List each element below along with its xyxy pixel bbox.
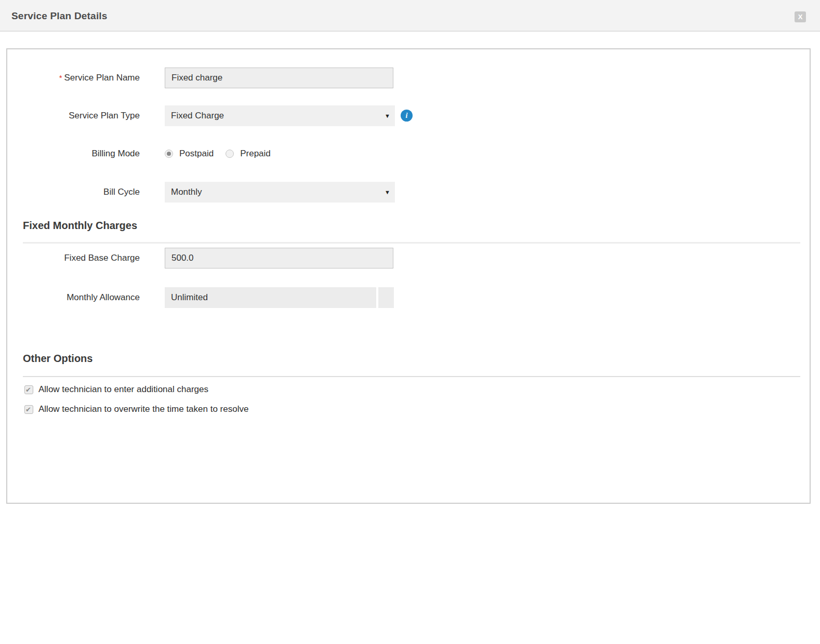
monthly-allowance-input[interactable] bbox=[165, 287, 376, 308]
row-fixed-base-charge: Fixed Base Charge bbox=[7, 248, 810, 269]
section-title-other-options: Other Options bbox=[23, 353, 92, 365]
close-icon: X bbox=[798, 13, 803, 21]
service-plan-name-input[interactable] bbox=[165, 68, 393, 88]
label-text: Billing Mode bbox=[91, 149, 140, 158]
fixed-base-charge-input[interactable] bbox=[165, 248, 393, 269]
dialog-header: Service Plan Details X bbox=[0, 0, 820, 32]
bill-cycle-label: Bill Cycle bbox=[7, 182, 140, 203]
additional-charges-checkbox[interactable]: ✔ bbox=[24, 385, 33, 394]
info-icon[interactable]: i bbox=[401, 110, 413, 122]
service-plan-type-select[interactable]: Fixed Charge ▼ bbox=[165, 105, 395, 126]
section-divider bbox=[23, 242, 800, 244]
checkmark-icon: ✔ bbox=[25, 405, 31, 414]
monthly-allowance-side-button[interactable] bbox=[378, 287, 394, 308]
label-text: Fixed Base Charge bbox=[64, 253, 140, 263]
label-text: Service Plan Name bbox=[64, 73, 140, 83]
section-divider bbox=[23, 376, 800, 377]
service-plan-form-panel: *Service Plan Name Service Plan Type Fix… bbox=[6, 48, 811, 504]
row-bill-cycle: Bill Cycle Monthly ▼ bbox=[7, 182, 810, 203]
radio-prepaid[interactable] bbox=[226, 150, 234, 158]
info-icon-glyph: i bbox=[406, 112, 408, 119]
chevron-down-icon: ▼ bbox=[385, 105, 390, 126]
overwrite-time-checkbox[interactable]: ✔ bbox=[24, 405, 33, 414]
radio-postpaid-label: Postpaid bbox=[179, 149, 214, 159]
service-plan-name-label: *Service Plan Name bbox=[7, 68, 140, 88]
label-text: Monthly Allowance bbox=[67, 292, 140, 302]
bill-cycle-select[interactable]: Monthly ▼ bbox=[165, 182, 395, 203]
close-button[interactable]: X bbox=[795, 11, 806, 22]
select-value: Fixed Charge bbox=[171, 105, 224, 126]
required-asterisk: * bbox=[59, 73, 62, 82]
checkbox-row-additional-charges: ✔ Allow technician to enter additional c… bbox=[24, 384, 208, 395]
service-plan-type-label: Service Plan Type bbox=[7, 105, 140, 126]
row-service-plan-name: *Service Plan Name bbox=[7, 68, 810, 88]
chevron-down-icon: ▼ bbox=[385, 182, 390, 203]
monthly-allowance-label: Monthly Allowance bbox=[7, 287, 140, 308]
additional-charges-label: Allow technician to enter additional cha… bbox=[38, 384, 208, 395]
checkmark-icon: ✔ bbox=[25, 385, 31, 394]
overwrite-time-label: Allow technician to overwrite the time t… bbox=[38, 404, 248, 414]
row-service-plan-type: Service Plan Type Fixed Charge ▼ i bbox=[7, 105, 810, 126]
billing-mode-label: Billing Mode bbox=[7, 143, 140, 164]
billing-mode-radio-group: Postpaid Prepaid bbox=[165, 143, 283, 164]
select-value: Monthly bbox=[171, 182, 202, 203]
dialog-title: Service Plan Details bbox=[11, 0, 108, 32]
section-title-fixed-monthly-charges: Fixed Monthly Charges bbox=[23, 220, 137, 232]
label-text: Bill Cycle bbox=[103, 187, 140, 197]
radio-postpaid[interactable] bbox=[165, 150, 173, 158]
label-text: Service Plan Type bbox=[69, 111, 140, 120]
row-billing-mode: Billing Mode Postpaid Prepaid bbox=[7, 143, 810, 164]
radio-prepaid-label: Prepaid bbox=[240, 149, 271, 159]
row-monthly-allowance: Monthly Allowance bbox=[7, 287, 810, 308]
fixed-base-charge-label: Fixed Base Charge bbox=[7, 248, 140, 269]
checkbox-row-overwrite-time: ✔ Allow technician to overwrite the time… bbox=[24, 404, 248, 414]
